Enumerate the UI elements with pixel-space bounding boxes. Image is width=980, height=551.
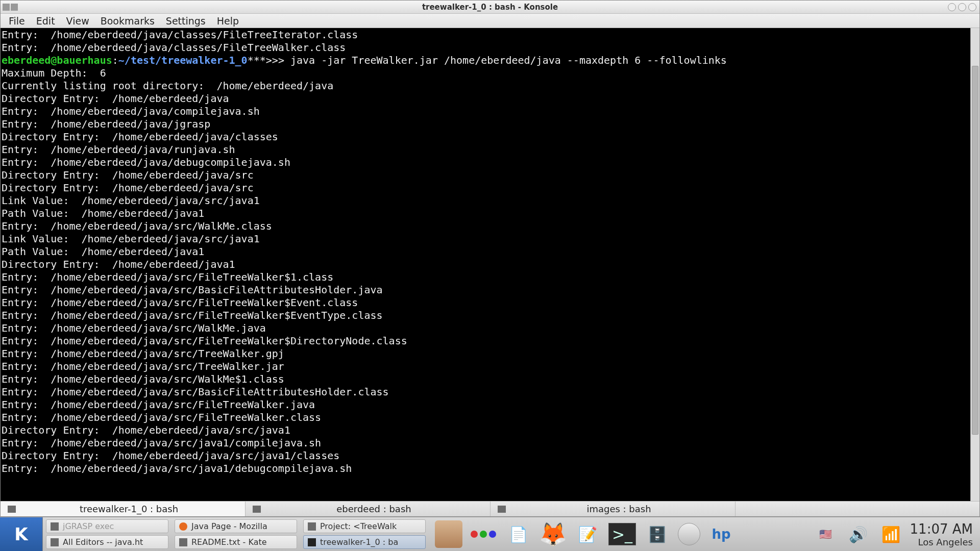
steam-icon[interactable] [678,523,700,545]
konsole-tabstrip: treewalker-1_0 : bash eberdeed : bash im… [1,501,979,516]
hp-toolbox-icon[interactable]: hp [707,520,735,548]
app-icon [51,538,59,546]
tab-eberdeed[interactable]: eberdeed : bash [246,502,491,516]
kickoff-menu-button[interactable]: K [0,517,43,551]
terminal-icon [8,506,16,513]
file-manager-icon[interactable]: 🗄️ [643,520,671,548]
kde-taskbar: K jGRASP exec All Editors -- java.ht Jav… [0,517,980,551]
activities-icon[interactable] [470,520,497,548]
clock-time: 11:07 AM [910,521,973,537]
libreoffice-writer-icon[interactable]: 📄 [504,520,532,548]
firefox-launcher-icon[interactable]: 🦊 [539,520,567,548]
maximize-button[interactable] [958,3,966,11]
minimize-button[interactable] [948,3,956,11]
tab-label: treewalker-1_0 : bash [20,504,238,514]
scrollbar-thumb[interactable] [972,66,978,435]
menu-edit[interactable]: Edit [31,14,60,28]
task-label: Project: <TreeWalk [320,521,397,531]
package-manager-icon[interactable] [435,520,462,548]
text-editor-icon[interactable]: 📝 [574,520,601,548]
app-icon [308,522,316,531]
task-readme-kate[interactable]: README.txt - Kate [175,535,297,549]
volume-icon[interactable]: 🔊 [845,520,872,548]
network-icon[interactable]: 📶 [877,520,905,548]
system-tray: 🇺🇸 🔊 📶 11:07 AM Los Angeles [805,517,980,551]
firefox-icon [179,522,187,531]
task-label: Java Page - Mozilla [191,521,267,531]
task-label: jGRASP exec [63,521,114,531]
terminal-icon [498,506,506,513]
kate-icon [179,538,187,546]
window-titlebar[interactable]: treewalker-1_0 : bash - Konsole [1,1,979,14]
clock-widget[interactable]: 11:07 AM Los Angeles [910,521,973,547]
task-label: treewalker-1_0 : ba [320,537,398,547]
task-label: README.txt - Kate [191,537,267,547]
menu-help[interactable]: Help [212,14,244,28]
tab-label: eberdeed : bash [265,504,483,514]
close-button[interactable] [968,3,976,11]
task-label: All Editors -- java.ht [63,537,143,547]
terminal-icon [253,506,261,513]
launcher-tray: 📄 🦊 📝 >_ 🗄️ hp [429,517,741,551]
task-firefox-javapage[interactable]: Java Page - Mozilla [175,519,297,533]
app-icon-2 [11,4,18,11]
menu-bar: File Edit View Bookmarks Settings Help [1,14,979,28]
menu-file[interactable]: File [4,14,30,28]
app-icon [51,522,59,531]
task-all-editors[interactable]: All Editors -- java.ht [46,535,168,549]
app-icon [3,4,10,11]
konsole-window: treewalker-1_0 : bash - Konsole File Edi… [0,0,980,517]
task-konsole-treewalker[interactable]: treewalker-1_0 : ba [303,535,426,549]
clock-location: Los Angeles [910,537,973,547]
task-jgrasp[interactable]: jGRASP exec [46,519,168,533]
konsole-icon [308,538,316,546]
menu-bookmarks[interactable]: Bookmarks [95,14,160,28]
menu-settings[interactable]: Settings [161,14,211,28]
menu-view[interactable]: View [61,14,94,28]
tab-label: images : bash [510,504,728,514]
terminal-output[interactable]: Entry: /home/eberdeed/java/classes/FileT… [1,28,970,501]
task-project-treewalk[interactable]: Project: <TreeWalk [303,519,426,533]
keyboard-layout-icon[interactable]: 🇺🇸 [812,520,840,548]
tab-images[interactable]: images : bash [491,502,736,516]
window-title: treewalker-1_0 : bash - Konsole [422,3,558,12]
tab-treewalker[interactable]: treewalker-1_0 : bash [1,502,246,516]
terminal-scrollbar[interactable] [970,28,979,501]
konsole-launcher-icon[interactable]: >_ [608,523,636,545]
